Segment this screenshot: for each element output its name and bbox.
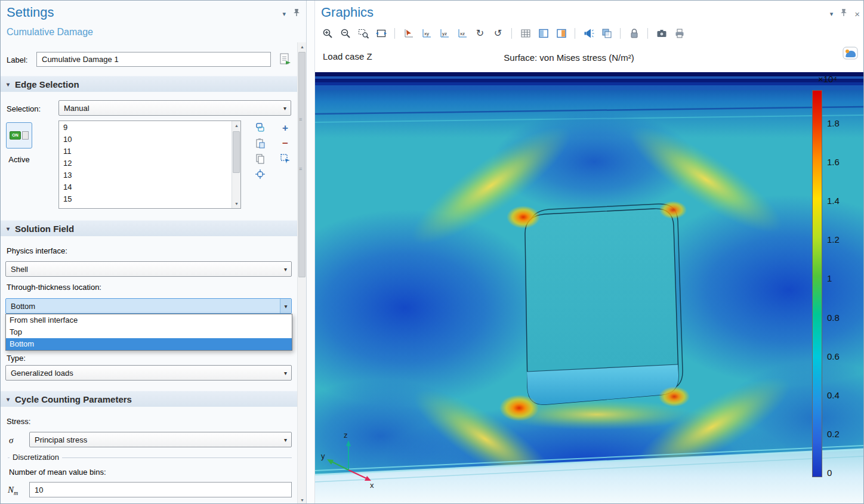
scene-settings-icon[interactable] [536, 26, 551, 41]
colorbar-tick-label: 0.4 [827, 391, 840, 400]
thickness-dropdown: From shell interfaceTopBottom [5, 314, 292, 351]
chevron-down-icon[interactable]: ▾ [282, 10, 286, 18]
scroll-down-icon[interactable]: ▼ [298, 496, 307, 504]
show-grid-icon[interactable] [518, 26, 533, 41]
center-selection-icon[interactable] [254, 168, 266, 180]
go-to-yz-view-icon[interactable]: yz [437, 26, 452, 41]
zoom-to-selection-icon[interactable] [279, 153, 291, 165]
rename-icon[interactable] [277, 51, 293, 70]
zoom-out-icon[interactable] [338, 26, 353, 41]
thickness-combo[interactable]: Bottom ▾ [5, 298, 292, 314]
collapse-triangle-icon[interactable]: ▾ [7, 225, 10, 232]
stress-plot-scene[interactable] [315, 72, 864, 504]
axis-view-label: yz [442, 31, 447, 36]
paste-selection-icon[interactable] [254, 137, 266, 149]
zoom-in-icon[interactable] [320, 26, 335, 41]
settings-scrollbar[interactable]: ▲ ▼ ≡ ≡ [297, 42, 306, 504]
label-input[interactable] [36, 52, 271, 67]
selection-list-item[interactable]: 14 [59, 181, 231, 193]
collapse-triangle-icon[interactable]: ▾ [7, 81, 10, 88]
section-title: Cycle Counting Parameters [15, 394, 132, 404]
colorbar-tick-label: 1.8 [827, 119, 840, 128]
discretization-group: Discretization [8, 457, 292, 458]
go-to-xz-view-icon[interactable]: xz [455, 26, 470, 41]
panel-splitter[interactable] [307, 1, 315, 504]
selection-tools-left [254, 122, 266, 180]
graphics-header-icons: ▾ × [830, 8, 860, 19]
edge-selection-listbox[interactable]: 9101112131415 ▲ ▼ [58, 120, 241, 209]
bins-input[interactable] [29, 482, 292, 497]
combo-arrow-icon[interactable]: ▾ [280, 299, 291, 313]
settings-header-icons: ▾ [282, 8, 300, 19]
colorbar-tick-label: 1 [827, 274, 840, 283]
remove-from-selection-icon[interactable]: − [279, 137, 291, 149]
pin-icon[interactable] [840, 8, 847, 19]
on-badge: ON [10, 131, 21, 140]
selection-list-item[interactable]: 15 [59, 193, 231, 205]
rotate-clockwise-icon[interactable]: ↻ [473, 26, 487, 41]
scene-light-icon[interactable] [581, 26, 596, 41]
scrollbar-thumb[interactable] [298, 52, 306, 277]
selection-mode-combo[interactable]: Manual ▾ [58, 100, 291, 116]
physics-interface-caption: Physics interface: [7, 246, 67, 255]
splitter-grip-icon: ≡ [299, 116, 306, 122]
go-to-xy-view-icon[interactable]: xy [419, 26, 434, 41]
duplicate-selection-icon[interactable] [254, 153, 266, 165]
stress-combo[interactable]: Principal stress ▾ [29, 432, 292, 447]
combo-arrow-icon[interactable]: ▾ [280, 432, 291, 447]
scroll-up-icon[interactable]: ▲ [298, 42, 307, 51]
zoom-extents-icon[interactable] [374, 26, 388, 41]
active-caption: Active [6, 155, 32, 164]
copy-selection-icon[interactable] [254, 122, 266, 134]
print-icon[interactable] [672, 26, 687, 41]
combo-arrow-icon[interactable]: ▾ [280, 262, 291, 276]
thickness-option[interactable]: From shell interface [6, 314, 292, 326]
graphics-title: Graphics [321, 5, 374, 20]
section-edge-selection[interactable]: ▾ Edge Selection [1, 76, 298, 92]
listbox-scrollbar[interactable]: ▲ ▼ [232, 121, 240, 208]
close-icon[interactable]: × [854, 10, 860, 18]
selection-tools-right: + − [279, 122, 291, 165]
viewport-settings-icon[interactable] [554, 26, 569, 41]
selection-list-item[interactable]: 10 [59, 134, 231, 146]
zoom-box-icon[interactable] [356, 26, 371, 41]
physics-interface-value: Shell [11, 265, 28, 274]
colorbar-tick-label: 0.2 [827, 429, 840, 438]
axis-view-label: xz [460, 31, 465, 36]
axis-view-label: xy [424, 31, 429, 36]
scroll-up-icon[interactable]: ▲ [232, 121, 241, 130]
color-legend-bar [812, 90, 822, 477]
selection-list-item[interactable]: 13 [59, 169, 231, 181]
graphics-panel: Graphics ▾ × xy yz xz ↻ ↺ [315, 1, 864, 504]
stress-value: Principal stress [35, 435, 87, 444]
physics-interface-combo[interactable]: Shell ▾ [5, 261, 292, 277]
scrollbar-thumb[interactable] [233, 131, 240, 173]
thickness-option[interactable]: Top [6, 326, 292, 338]
chevron-down-icon[interactable]: ▾ [830, 10, 834, 18]
section-solution-field[interactable]: ▾ Solution Field [1, 220, 298, 236]
colorbar-tick-label: 0 [827, 468, 840, 477]
image-snapshot-icon[interactable] [654, 26, 669, 41]
lock-icon[interactable] [627, 26, 641, 41]
add-to-selection-icon[interactable]: + [279, 122, 291, 134]
go-to-default-view-icon[interactable] [401, 26, 416, 41]
type-combo[interactable]: Generalized loads ▾ [5, 365, 292, 381]
thickness-option[interactable]: Bottom [6, 338, 292, 350]
active-toggle-button[interactable]: ON [6, 122, 32, 149]
combo-arrow-icon[interactable]: ▾ [279, 101, 291, 115]
rotate-counterclockwise-icon[interactable]: ↺ [490, 26, 505, 41]
selection-list-item[interactable]: 11 [59, 146, 231, 157]
combo-arrow-icon[interactable]: ▾ [280, 366, 291, 380]
scroll-down-icon[interactable]: ▼ [232, 199, 241, 208]
section-cycle-counting[interactable]: ▾ Cycle Counting Parameters [1, 391, 298, 407]
pin-icon[interactable] [293, 8, 300, 19]
plot-title: Surface: von Mises stress (N/m²) [315, 52, 823, 63]
transparency-icon[interactable] [599, 26, 614, 41]
nm-symbol-sub: m [14, 490, 18, 496]
selection-list-item[interactable]: 9 [59, 122, 231, 134]
selection-list-item[interactable]: 12 [59, 157, 231, 169]
toolbar-separator [394, 28, 395, 39]
plot-context-icon[interactable] [842, 46, 859, 60]
collapse-triangle-icon[interactable]: ▾ [7, 396, 10, 403]
discretization-caption: Discretization [10, 453, 62, 462]
